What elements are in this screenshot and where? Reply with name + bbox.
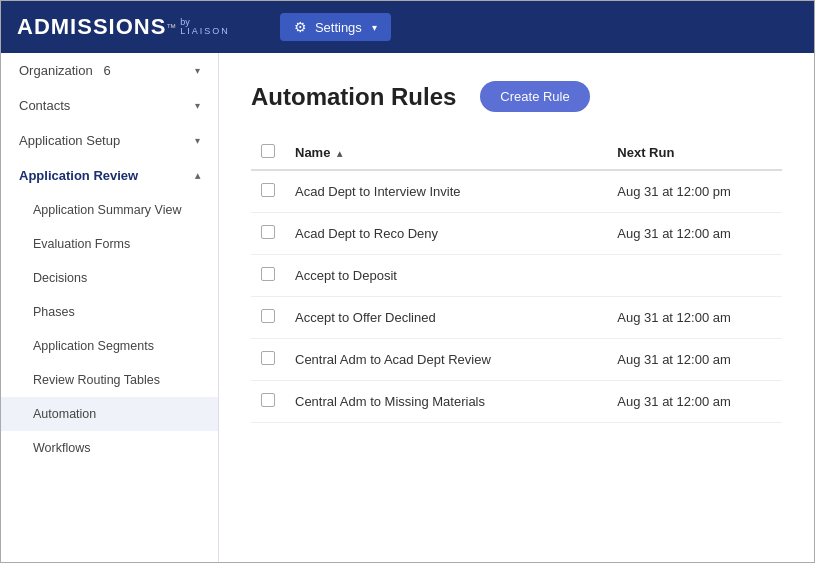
row-next-run: Aug 31 at 12:00 am xyxy=(607,213,782,255)
row-checkbox-0[interactable] xyxy=(261,183,275,197)
table-row: Central Adm to Missing MaterialsAug 31 a… xyxy=(251,381,782,423)
sidebar-item-contacts-label: Contacts xyxy=(19,98,70,113)
sidebar-item-organization-label: Organization 6 xyxy=(19,63,111,78)
main-layout: Organization 6 ▾ Contacts ▾ Application … xyxy=(1,53,814,562)
sort-indicator: ▴ xyxy=(337,148,342,159)
settings-label: Settings xyxy=(315,20,362,35)
page-title: Automation Rules xyxy=(251,83,456,111)
sidebar-item-application-setup-label: Application Setup xyxy=(19,133,120,148)
table-row: Central Adm to Acad Dept ReviewAug 31 at… xyxy=(251,339,782,381)
chevron-down-icon: ▾ xyxy=(195,100,200,111)
sidebar-item-automation-label: Automation xyxy=(33,407,96,421)
chevron-down-icon: ▾ xyxy=(195,135,200,146)
sidebar-item-phases-label: Phases xyxy=(33,305,75,319)
sidebar-item-application-summary-view[interactable]: Application Summary View xyxy=(1,193,218,227)
row-checkbox-cell xyxy=(251,381,285,423)
row-checkbox-3[interactable] xyxy=(261,309,275,323)
sidebar-item-review-routing-tables[interactable]: Review Routing Tables xyxy=(1,363,218,397)
table-row: Accept to Offer DeclinedAug 31 at 12:00 … xyxy=(251,297,782,339)
sidebar-item-workflows[interactable]: Workflows xyxy=(1,431,218,465)
create-rule-button[interactable]: Create Rule xyxy=(480,81,589,112)
content-header: Automation Rules Create Rule xyxy=(251,81,782,112)
chevron-up-icon: ▴ xyxy=(195,170,200,181)
row-checkbox-2[interactable] xyxy=(261,267,275,281)
sidebar-item-contacts[interactable]: Contacts ▾ xyxy=(1,88,218,123)
sidebar-item-review-routing-tables-label: Review Routing Tables xyxy=(33,373,160,387)
sidebar-item-application-review-label: Application Review xyxy=(19,168,138,183)
col-header-run: Next Run xyxy=(607,136,782,170)
row-next-run: Aug 31 at 12:00 pm xyxy=(607,170,782,213)
sidebar-item-evaluation-forms-label: Evaluation Forms xyxy=(33,237,130,251)
sidebar-item-phases[interactable]: Phases xyxy=(1,295,218,329)
col-run-label: Next Run xyxy=(617,145,674,160)
sidebar-item-organization[interactable]: Organization 6 ▾ xyxy=(1,53,218,88)
row-name[interactable]: Central Adm to Acad Dept Review xyxy=(285,339,607,381)
row-checkbox-cell xyxy=(251,170,285,213)
col-name-label: Name xyxy=(295,145,330,160)
sidebar-item-application-segments-label: Application Segments xyxy=(33,339,154,353)
table-row: Acad Dept to Interview InviteAug 31 at 1… xyxy=(251,170,782,213)
row-checkbox-4[interactable] xyxy=(261,351,275,365)
sidebar-item-application-segments[interactable]: Application Segments xyxy=(1,329,218,363)
sidebar: Organization 6 ▾ Contacts ▾ Application … xyxy=(1,53,219,562)
sidebar-item-application-setup[interactable]: Application Setup ▾ xyxy=(1,123,218,158)
row-name[interactable]: Accept to Deposit xyxy=(285,255,607,297)
row-name[interactable]: Accept to Offer Declined xyxy=(285,297,607,339)
rules-tbody: Acad Dept to Interview InviteAug 31 at 1… xyxy=(251,170,782,423)
row-name[interactable]: Acad Dept to Reco Deny xyxy=(285,213,607,255)
gear-icon: ⚙ xyxy=(294,19,307,35)
row-checkbox-cell xyxy=(251,255,285,297)
top-nav: ADMISSIONS™ by LIAISON ⚙ Settings ▾ xyxy=(1,1,814,53)
row-checkbox-cell xyxy=(251,297,285,339)
col-header-name[interactable]: Name ▴ xyxy=(285,136,607,170)
row-checkbox-cell xyxy=(251,339,285,381)
rules-table: Name ▴ Next Run Acad Dept to Interview I… xyxy=(251,136,782,423)
row-next-run: Aug 31 at 12:00 am xyxy=(607,381,782,423)
row-next-run xyxy=(607,255,782,297)
settings-caret: ▾ xyxy=(372,22,377,33)
sidebar-item-evaluation-forms[interactable]: Evaluation Forms xyxy=(1,227,218,261)
row-name[interactable]: Central Adm to Missing Materials xyxy=(285,381,607,423)
table-row: Acad Dept to Reco DenyAug 31 at 12:00 am xyxy=(251,213,782,255)
sidebar-item-decisions-label: Decisions xyxy=(33,271,87,285)
app-wrapper: ADMISSIONS™ by LIAISON ⚙ Settings ▾ Orga… xyxy=(0,0,815,563)
chevron-down-icon: ▾ xyxy=(195,65,200,76)
select-all-checkbox[interactable] xyxy=(261,144,275,158)
table-row: Accept to Deposit xyxy=(251,255,782,297)
logo-tm: ™ xyxy=(166,22,176,33)
row-checkbox-5[interactable] xyxy=(261,393,275,407)
sidebar-item-decisions[interactable]: Decisions xyxy=(1,261,218,295)
settings-button[interactable]: ⚙ Settings ▾ xyxy=(280,13,391,41)
row-next-run: Aug 31 at 12:00 am xyxy=(607,297,782,339)
sidebar-item-application-review[interactable]: Application Review ▴ xyxy=(1,158,218,193)
logo-area: ADMISSIONS™ by LIAISON xyxy=(17,14,230,40)
content-area: Automation Rules Create Rule Name ▴ xyxy=(219,53,814,562)
sidebar-item-application-summary-view-label: Application Summary View xyxy=(33,203,181,217)
logo-text: ADMISSIONS xyxy=(17,14,166,40)
row-next-run: Aug 31 at 12:00 am xyxy=(607,339,782,381)
row-name[interactable]: Acad Dept to Interview Invite xyxy=(285,170,607,213)
header-checkbox-cell xyxy=(251,136,285,170)
logo-sub: by LIAISON xyxy=(180,18,230,36)
sidebar-item-workflows-label: Workflows xyxy=(33,441,90,455)
logo-liaison: LIAISON xyxy=(180,27,230,36)
sidebar-item-automation[interactable]: Automation xyxy=(1,397,218,431)
row-checkbox-1[interactable] xyxy=(261,225,275,239)
table-header-row: Name ▴ Next Run xyxy=(251,136,782,170)
row-checkbox-cell xyxy=(251,213,285,255)
